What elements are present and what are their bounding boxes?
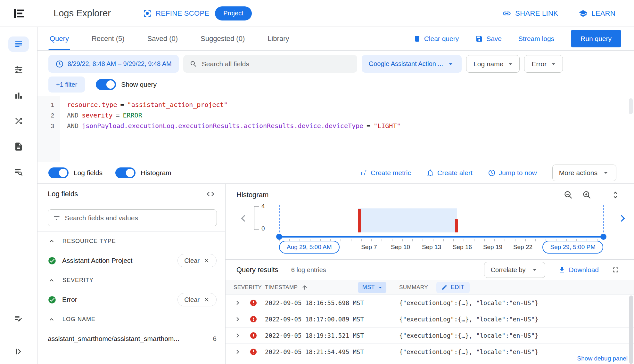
show-debug-panel-link[interactable]: Show debug panel: [574, 355, 628, 362]
column-timestamp[interactable]: TIMESTAMP: [265, 284, 298, 291]
log-name-item[interactable]: assistant_smarthome/assistant_smarthom..…: [37, 328, 225, 349]
section-label: LOG NAME: [62, 316, 95, 323]
chevron-down-icon: [602, 169, 610, 177]
tab-suggested[interactable]: Suggested (0): [199, 27, 246, 50]
chevron-up-icon: [48, 316, 55, 323]
log-timestamp: 2022-09-05 18:16:55.698 MST: [265, 299, 399, 306]
add-filter-button[interactable]: +1 filter: [48, 77, 85, 93]
expand-row-icon[interactable]: [234, 299, 250, 307]
resource-filter-dropdown[interactable]: Google Assistant Action ...: [362, 55, 462, 73]
log-fields-panel: Log fields RESOURCE TYPE: [37, 184, 226, 364]
editor-scrollbar[interactable]: [629, 98, 633, 114]
sort-ascending-icon[interactable]: [301, 284, 308, 291]
histogram-bar[interactable]: [455, 219, 458, 232]
log-name-label: Log name: [473, 60, 503, 68]
refine-scope-button[interactable]: REFINE SCOPE: [143, 9, 209, 18]
fullscreen-icon[interactable]: [612, 266, 620, 274]
histogram-pan-right-icon[interactable]: [617, 213, 628, 223]
cloud-logging-logo[interactable]: [0, 7, 37, 20]
more-actions-button[interactable]: More actions: [552, 165, 616, 181]
log-fields-search[interactable]: [48, 209, 217, 226]
range-start-pill[interactable]: Aug 29, 5:00 AM: [279, 241, 340, 254]
histogram-toggle[interactable]: [115, 167, 136, 178]
rail-divider: [0, 339, 37, 339]
tab-recent[interactable]: Recent (5): [90, 27, 126, 50]
trash-icon: [413, 35, 421, 43]
timezone-dropdown[interactable]: MST: [358, 282, 386, 293]
zoom-in-icon[interactable]: [582, 190, 591, 199]
sidebar-logs-explorer-icon[interactable]: [8, 36, 29, 52]
error-severity-icon: [250, 315, 257, 323]
section-resource-type[interactable]: RESOURCE TYPE: [37, 232, 225, 250]
save-button[interactable]: Save: [475, 35, 502, 43]
show-query-toggle[interactable]: [96, 79, 116, 90]
code-view-icon[interactable]: [206, 190, 215, 198]
refine-scope-icon: [143, 9, 152, 18]
scope-project-badge[interactable]: Project: [215, 6, 251, 20]
clear-severity-button[interactable]: Clear: [177, 293, 217, 306]
range-start-handle[interactable]: [276, 234, 282, 240]
query-code[interactable]: resource.type="assistant_action_project"…: [60, 96, 400, 162]
filter-icon: [53, 214, 60, 222]
expand-row-icon[interactable]: [234, 331, 250, 340]
filter-bar: 8/29/22, 8:48 AM – 9/29/22, 9:48 AM Goog…: [37, 51, 634, 96]
sidebar-log-analytics-icon[interactable]: [8, 165, 29, 180]
time-range-filter[interactable]: 8/29/22, 8:48 AM – 9/29/22, 9:48 AM: [48, 55, 179, 73]
range-end-line: [603, 205, 604, 236]
sidebar-logs-router-icon[interactable]: [8, 113, 29, 129]
log-entry-row[interactable]: 2022-09-05 18:19:31.521 MST {"executionL…: [226, 328, 634, 344]
clear-resource-type-button[interactable]: Clear: [177, 254, 217, 267]
range-end-pill[interactable]: Sep 29, 5:00 PM: [542, 241, 603, 254]
log-name-dropdown[interactable]: Log name: [466, 55, 520, 73]
histogram-pan-left-icon[interactable]: [238, 213, 249, 223]
sidebar-release-notes-icon[interactable]: [8, 311, 29, 326]
severity-item[interactable]: Error Clear: [37, 289, 225, 310]
zoom-out-icon[interactable]: [564, 190, 573, 199]
share-link-button[interactable]: SHARE LINK: [502, 9, 558, 18]
line-number-gutter: 1 2 3: [37, 96, 60, 162]
correlate-by-dropdown[interactable]: Correlate by: [484, 262, 545, 278]
sidebar-logs-storage-icon[interactable]: [8, 139, 29, 154]
resource-type-item[interactable]: Assistant Action Project Clear: [37, 250, 225, 271]
learn-button[interactable]: LEARN: [579, 9, 615, 18]
edit-summary-button[interactable]: EDIT: [436, 282, 470, 293]
results-scrollbar[interactable]: [629, 295, 633, 364]
query-editor[interactable]: 1 2 3 resource.type="assistant_action_pr…: [37, 96, 634, 162]
severity-dropdown[interactable]: Error: [524, 55, 563, 73]
expand-nav-panel-icon[interactable]: [8, 344, 29, 359]
learn-label: LEARN: [591, 9, 615, 18]
log-fields-toggle[interactable]: [48, 167, 69, 178]
clock-icon: [55, 60, 64, 68]
run-query-button[interactable]: Run query: [571, 30, 621, 47]
jump-to-now-button[interactable]: Jump to now: [488, 169, 537, 177]
search-all-fields-input[interactable]: [202, 60, 351, 68]
y-axis-min-label: 0: [261, 225, 265, 232]
log-fields-search-input[interactable]: [65, 214, 211, 222]
section-severity[interactable]: SEVERITY: [37, 271, 225, 289]
expand-row-icon[interactable]: [234, 315, 250, 323]
sidebar-dashboard-icon[interactable]: [8, 62, 29, 77]
expand-histogram-icon[interactable]: [611, 190, 620, 199]
expand-row-icon[interactable]: [234, 348, 250, 356]
sidebar-metrics-icon[interactable]: [8, 88, 29, 103]
download-button[interactable]: Download: [558, 266, 599, 274]
create-metric-button[interactable]: Create metric: [360, 169, 411, 177]
log-entry-row[interactable]: 2022-09-05 18:16:55.698 MST {"executionL…: [226, 295, 634, 311]
stream-logs-button[interactable]: Stream logs: [518, 35, 554, 43]
create-alert-button[interactable]: Create alert: [426, 169, 473, 177]
histogram-bar[interactable]: [358, 209, 361, 232]
clear-query-button[interactable]: Clear query: [413, 35, 459, 43]
histogram-selection-region[interactable]: [358, 208, 457, 232]
tab-saved[interactable]: Saved (0): [146, 27, 179, 50]
close-icon: [203, 296, 210, 303]
log-entry-row[interactable]: 2022-09-05 18:21:54.495 MST {"executionL…: [226, 344, 634, 360]
tab-query[interactable]: Query: [48, 27, 70, 50]
time-range-slider[interactable]: [279, 236, 604, 238]
section-log-name[interactable]: LOG NAME: [37, 310, 225, 328]
query-field: severity: [82, 111, 112, 119]
search-all-fields[interactable]: [183, 55, 357, 73]
left-nav-rail: [0, 27, 37, 364]
log-entry-row[interactable]: 2022-09-05 18:17:00.089 MST {"executionL…: [226, 311, 634, 328]
tab-library[interactable]: Library: [266, 27, 290, 50]
range-end-handle[interactable]: [600, 234, 606, 240]
